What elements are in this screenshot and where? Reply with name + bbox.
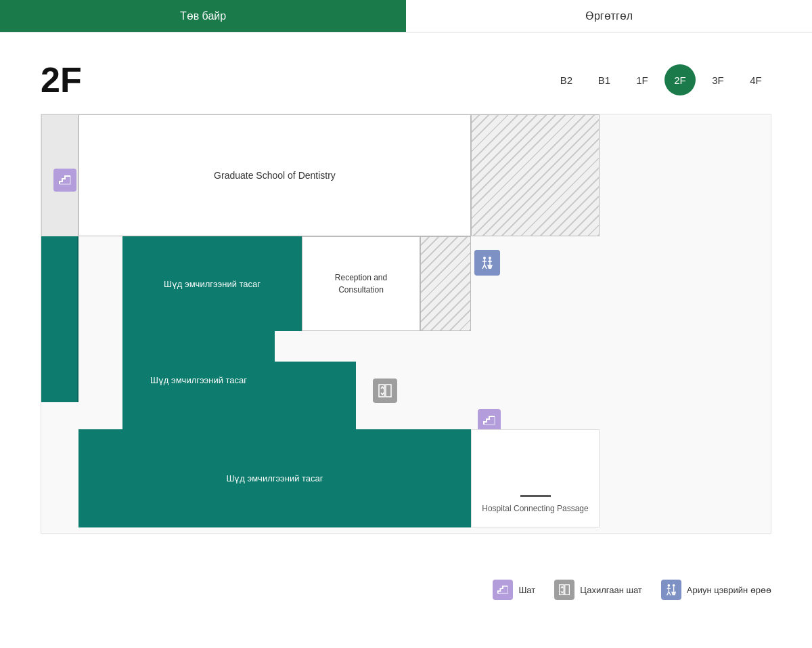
svg-rect-12: [565, 585, 570, 595]
main-building-tab[interactable]: Төв байр: [0, 0, 406, 32]
floor-selector: B2 B1 1F 2F 3F 4F: [551, 64, 771, 95]
floor-btn-b1[interactable]: B1: [589, 64, 620, 95]
svg-point-13: [667, 584, 670, 587]
legend-stair: Шат: [493, 580, 535, 600]
restroom-icon: [474, 250, 500, 276]
legend-restroom: Ариун цэврийн өрөө: [661, 580, 771, 600]
passage-divider: [520, 495, 551, 497]
svg-rect-9: [379, 385, 384, 397]
current-floor-label: 2F: [41, 60, 82, 100]
svg-point-0: [483, 257, 486, 259]
dental-room-1: Шүд эмчилгээний тасаг: [122, 236, 302, 331]
svg-rect-11: [560, 585, 564, 595]
extension-tab[interactable]: Өргөтгөл: [406, 0, 812, 32]
svg-marker-20: [671, 592, 676, 595]
legend: Шат Цахилгаан шат Ариун: [0, 561, 812, 600]
stair-icon-bottom-right: [478, 409, 501, 432]
legend-elevator: Цахилгаан шат: [554, 580, 642, 600]
svg-line-17: [669, 592, 671, 595]
hatched-top-right: [471, 114, 600, 236]
svg-line-4: [484, 265, 487, 269]
svg-line-16: [667, 592, 669, 595]
svg-point-5: [489, 257, 491, 259]
svg-marker-8: [487, 265, 493, 269]
floor-btn-b2[interactable]: B2: [551, 64, 582, 95]
dental-room-2: Шүд эмчилгээний тасаг: [122, 331, 275, 429]
legend-elevator-icon: [554, 580, 574, 600]
passage-room: Hospital Connecting Passage: [471, 429, 600, 527]
legend-stair-icon: [493, 580, 513, 600]
legend-restroom-icon: [661, 580, 681, 600]
floor-header: 2F B2 B1 1F 2F 3F 4F: [0, 33, 812, 114]
floor-btn-2f[interactable]: 2F: [664, 64, 696, 95]
map-area: Graduate School of Dentistry Шүд эмчилгэ…: [0, 114, 812, 561]
teal-block-small: [275, 362, 356, 429]
floor-btn-4f[interactable]: 4F: [740, 64, 771, 95]
elevator-icon: [373, 379, 397, 403]
floor-map: Graduate School of Dentistry Шүд эмчилгэ…: [41, 114, 771, 534]
svg-rect-10: [386, 385, 391, 397]
left-wall-lower: [41, 236, 78, 402]
svg-line-3: [482, 265, 484, 269]
reception-room: Reception andConsultation: [302, 236, 420, 331]
dental-room-3: Шүд эмчилгээний тасаг: [78, 429, 471, 527]
floor-btn-1f[interactable]: 1F: [627, 64, 658, 95]
hatched-right-small: [420, 236, 471, 331]
dentistry-room: Graduate School of Dentistry: [78, 114, 471, 236]
svg-point-18: [673, 584, 675, 587]
stair-icon-top: [53, 169, 76, 192]
floor-btn-3f[interactable]: 3F: [702, 64, 734, 95]
